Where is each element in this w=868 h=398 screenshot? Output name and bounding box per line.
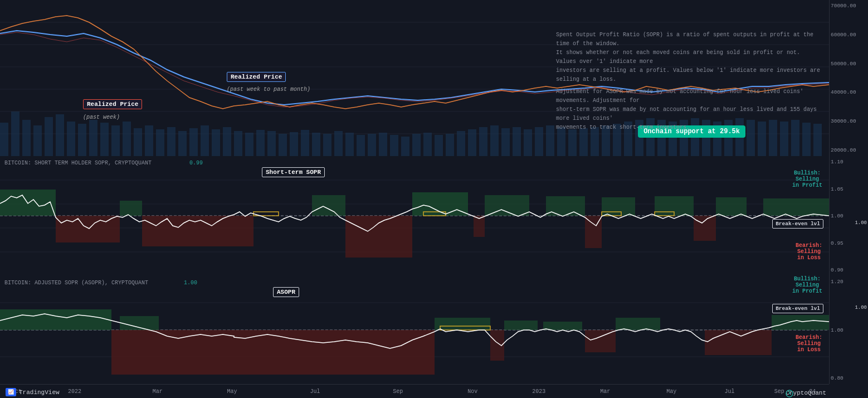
sopr-desc-line7: movements to track short-term investors. [556,123,823,132]
svg-rect-53 [513,127,521,156]
svg-rect-31 [267,131,276,156]
sopr-desc-line1: Spent Output Profit Ratio (SOPR) is a ra… [556,31,823,48]
svg-text:BITCOIN: SHORT TERM HOLDER SOP: BITCOIN: SHORT TERM HOLDER SOPR, CRYPTOQ… [4,160,152,166]
svg-rect-7 [0,123,8,156]
svg-rect-25 [201,125,209,156]
svg-rect-88 [120,201,142,216]
y-axis-sopr: 1.10 1.05 1.00 0.95 0.90 [829,156,868,276]
svg-rect-11 [45,117,53,156]
asopr-level-5: 0.80 [831,375,867,381]
svg-rect-29 [245,133,253,156]
svg-rect-36 [323,134,331,156]
svg-rect-117 [435,318,490,330]
svg-rect-30 [256,130,265,156]
svg-rect-17 [111,125,120,156]
svg-rect-87 [0,190,56,216]
svg-rect-34 [301,130,309,156]
svg-rect-41 [379,133,387,156]
svg-rect-56 [546,125,554,156]
x-label-may2: May [666,389,676,395]
break-even-label-2: Break-even lvl [772,304,823,313]
svg-rect-54 [524,129,532,156]
x-label-mar2: Mar [600,389,610,395]
sopr-description: Spent Output Profit Ratio (SOPR) is a ra… [556,31,823,132]
asopr-chart: BITCOIN: ADJUSTED SOPR (ASOPR), CRYPTOQU… [0,276,829,384]
svg-rect-42 [390,135,398,156]
svg-rect-39 [357,135,365,156]
svg-rect-20 [145,125,153,156]
svg-rect-123 [585,330,616,352]
break-even-label-1: Break-even lvl [772,219,823,229]
svg-text:1.00: 1.00 [184,280,197,286]
svg-rect-51 [490,125,499,156]
svg-rect-19 [134,128,142,156]
x-axis: Oct 2022 Mar May Jul Sep Nov 2023 Mar Ma… [0,384,829,398]
tradingview-name: TradingView [19,389,60,396]
x-label-jul: Jul [310,389,320,395]
svg-rect-98 [142,216,253,246]
svg-rect-13 [67,122,75,156]
realized-price-label-1: Realized Price [83,99,142,109]
svg-rect-59 [579,128,588,156]
svg-rect-14 [78,124,86,156]
svg-rect-35 [312,133,320,156]
svg-rect-26 [212,129,220,156]
svg-rect-120 [616,318,660,330]
price-level-5: 30000.00 [831,118,867,124]
svg-text:0.99: 0.99 [189,160,203,166]
asopr-svg: BITCOIN: ADJUSTED SOPR (ASOPR), CRYPTOQU… [0,276,829,384]
chart-container: Bitcoin: Price & Volume - Spot, All Exch… [0,0,868,398]
price-level-3: 50000.00 [831,61,867,67]
y-axis-asopr: 1.20 1.00 0.80 [829,276,868,384]
sopr-chart: BITCOIN: SHORT TERM HOLDER SOPR, CRYPTOQ… [0,156,829,276]
svg-rect-15 [89,120,97,156]
svg-rect-12 [56,114,64,156]
sopr-desc-line2: It shows whether or not each moved coins… [556,48,823,66]
svg-rect-28 [234,131,242,156]
sopr-desc-line5: Adjustment for ASOPR was made by not acc… [556,88,823,105]
svg-rect-27 [223,127,231,156]
sopr-level-1: 1.10 [831,159,867,165]
svg-rect-58 [568,129,577,156]
tradingview-logo: 📈 TradingView [6,388,60,396]
asopr-level-3: 1.00 [831,327,867,333]
svg-rect-21 [156,129,164,156]
svg-rect-93 [602,197,635,216]
svg-rect-89 [312,195,345,216]
sopr-desc-line6: short-term SOPR was made by not accounti… [556,105,823,123]
sopr-level-2: 1.05 [831,186,867,192]
svg-rect-47 [446,134,454,156]
svg-rect-95 [716,197,747,216]
svg-rect-18 [123,122,131,156]
x-label-2022: 2022 [68,389,81,395]
asopr-breakeven-value: 1.00 [855,305,867,310]
price-level-6: 20000.00 [831,147,867,153]
short-term-sopr-label: Short-term SOPR [262,167,325,177]
svg-rect-121 [772,315,829,330]
price-level-4: 40000.00 [831,89,867,95]
svg-rect-24 [189,128,198,156]
y-axis-price: 70000.00 60000.00 50000.00 40000.00 3000… [829,0,868,156]
svg-rect-118 [504,321,538,330]
svg-rect-33 [290,132,298,156]
svg-rect-44 [412,134,421,156]
svg-rect-92 [546,196,585,216]
x-label-sep: Sep [393,389,403,395]
svg-rect-50 [479,127,487,156]
x-label-mar: Mar [153,389,163,395]
svg-rect-38 [345,133,354,156]
sopr-svg: BITCOIN: SHORT TERM HOLDER SOPR, CRYPTOQ… [0,156,829,276]
cryptoquant-logo: CryptoQuant [786,390,826,396]
asopr-level-1: 1.20 [831,279,867,285]
svg-rect-37 [334,131,343,156]
x-label-jul2: Jul [724,389,734,395]
sopr-level-5: 0.90 [831,267,867,273]
sopr-level-3: 1.00 [831,213,867,219]
svg-rect-45 [423,133,432,156]
svg-rect-16 [100,123,109,156]
bullish-label-sopr: Bullish:Sellingin Profit [792,170,822,188]
svg-rect-23 [178,131,187,156]
asopr-label: ASOPR [273,287,299,297]
sopr-level-4: 0.95 [831,240,867,246]
svg-rect-46 [435,135,443,156]
